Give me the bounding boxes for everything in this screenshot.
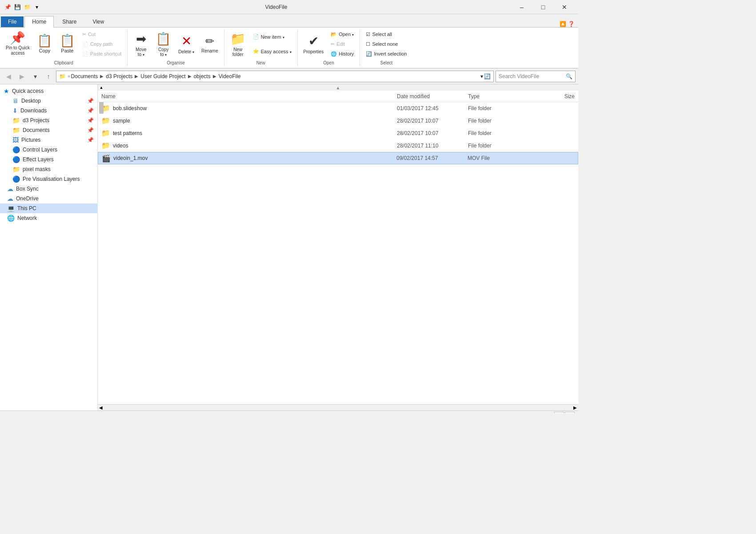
control-layers-icon: 🔵 xyxy=(12,146,20,153)
path-dropdown-icon[interactable]: ▾ xyxy=(480,73,483,80)
col-header-size[interactable]: Size xyxy=(539,93,575,100)
sidebar-item-effect-layers[interactable]: 🔵 Effect Layers xyxy=(0,155,97,164)
new-item-button[interactable]: 📄 New item ▾ xyxy=(250,32,295,41)
sidebar-item-this-pc[interactable]: 💻 This PC xyxy=(0,203,97,213)
maximize-button[interactable]: □ xyxy=(533,0,553,14)
sidebar-item-pre-vis[interactable]: 🔵 Pre Visualisation Layers xyxy=(0,174,97,184)
sidebar-item-desktop[interactable]: 🖥 Desktop 📌 xyxy=(0,96,97,106)
quick-access-icon: ★ xyxy=(4,88,9,95)
help-icon[interactable]: ❓ xyxy=(568,21,575,27)
file-row-videos[interactable]: 📁 videos 28/02/2017 11:10 File folder xyxy=(98,139,578,152)
path-part-documents[interactable]: Documents xyxy=(71,73,98,80)
history-button[interactable]: 🌐 History xyxy=(328,49,357,58)
sidebar-item-pictures[interactable]: 🖼 Pictures 📌 xyxy=(0,135,97,145)
tab-view[interactable]: View xyxy=(85,16,112,27)
save-titlebar-icon: 💾 xyxy=(13,3,21,11)
hscroll-left[interactable]: ◀ xyxy=(98,405,104,411)
dropdown-titlebar-icon[interactable]: ▾ xyxy=(33,3,41,11)
refresh-icon[interactable]: 🔄 xyxy=(484,73,491,80)
edit-button[interactable]: ✏ Edit xyxy=(328,40,357,48)
delete-button[interactable]: ✕ Delete ▾ xyxy=(175,29,197,59)
onedrive-icon: ☁ xyxy=(7,195,13,202)
search-box[interactable]: Search VideoFile 🔍 xyxy=(496,71,576,82)
file-type-bob: File folder xyxy=(468,105,539,112)
collapse-ribbon-icon[interactable]: 🔼 xyxy=(560,21,566,27)
effect-layers-icon: 🔵 xyxy=(12,156,20,163)
box-sync-icon: ☁ xyxy=(7,185,13,192)
network-label: Network xyxy=(17,215,37,221)
tab-home[interactable]: Home xyxy=(24,16,54,28)
cut-button[interactable]: ✂ Cut xyxy=(79,30,124,39)
copy-icon: 📋 xyxy=(37,35,52,47)
sidebar-item-pixel-masks[interactable]: 📁 pixel masks xyxy=(0,164,97,174)
tab-file[interactable]: File xyxy=(1,16,24,27)
col-header-type[interactable]: Type xyxy=(468,93,539,100)
d3projects-pin: 📌 xyxy=(87,117,94,124)
sidebar-item-control-layers[interactable]: 🔵 Control Layers xyxy=(0,145,97,155)
file-row-sample[interactable]: 📁 sample 28/02/2017 10:07 File folder xyxy=(98,115,578,127)
pixel-masks-label: pixel masks xyxy=(23,166,51,172)
file-row-videoin[interactable]: 🎬 videoin_1.mov 09/02/2017 14:57 MOV Fil… xyxy=(98,152,578,164)
forward-button[interactable]: ▶ xyxy=(16,71,28,82)
search-placeholder: Search VideoFile xyxy=(499,73,566,80)
invert-selection-button[interactable]: 🔄 Invert selection xyxy=(363,49,410,58)
easy-access-button[interactable]: ⭐ Easy access ▾ xyxy=(250,47,295,56)
select-label: Select xyxy=(363,60,410,66)
copy-to-button[interactable]: 📋 Copyto ▾ xyxy=(152,29,174,59)
open-small-buttons: 📂 Open ▾ ✏ Edit 🌐 History xyxy=(328,29,357,59)
sidebar-item-network[interactable]: 🌐 Network xyxy=(0,213,97,223)
paste-label: Paste xyxy=(61,48,73,53)
collapse-row[interactable]: ▲ xyxy=(98,84,578,91)
up-button[interactable]: ↑ xyxy=(43,71,54,82)
details-view-button[interactable]: ☰ xyxy=(554,412,564,414)
sidebar-item-box-sync[interactable]: ☁ Box Sync xyxy=(0,184,97,194)
col-header-date[interactable]: Date modified xyxy=(397,93,468,100)
tab-share[interactable]: Share xyxy=(55,16,84,27)
select-all-button[interactable]: ☑ Select all xyxy=(363,30,410,39)
close-button[interactable]: ✕ xyxy=(554,0,575,14)
col-header-name[interactable]: Name xyxy=(101,93,397,100)
pin-to-quick-access-button[interactable]: 📌 Pin to Quickaccess xyxy=(3,29,33,59)
ribbon-group-open: ✔ Properties 📂 Open ▾ ✏ Edit 🌐 History O… xyxy=(298,29,360,66)
ribbon-group-clipboard: 📌 Pin to Quickaccess 📋 Copy 📋 Paste ✂ Cu… xyxy=(0,29,128,66)
file-name-videoin: videoin_1.mov xyxy=(113,155,396,161)
sidebar-item-downloads[interactable]: ⬇ Downloads 📌 xyxy=(0,106,97,116)
path-part-objects[interactable]: objects xyxy=(194,73,211,80)
large-icons-button[interactable]: ▦ xyxy=(565,412,575,414)
address-path[interactable]: 📁 » Documents ▶ d3 Projects ▶ User Guide… xyxy=(56,71,494,82)
file-row-bob-slideshow[interactable]: 📁 bob.slideshow 01/03/2017 12:45 File fo… xyxy=(98,102,578,115)
hscroll-right[interactable]: ▶ xyxy=(572,405,578,411)
sidebar: ★ Quick access 🖥 Desktop 📌 ⬇ Downloads 📌… xyxy=(0,84,98,410)
properties-button[interactable]: ✔ Properties xyxy=(300,29,327,59)
invert-label: Invert selection xyxy=(374,51,407,56)
path-part-d3[interactable]: d3 Projects xyxy=(106,73,132,80)
open-button[interactable]: 📂 Open ▾ xyxy=(328,30,357,39)
file-name-bob: bob.slideshow xyxy=(113,105,397,112)
recent-locations-button[interactable]: ▾ xyxy=(29,71,41,82)
minimize-button[interactable]: – xyxy=(512,0,532,14)
sidebar-item-onedrive[interactable]: ☁ OneDrive xyxy=(0,194,97,203)
select-none-button[interactable]: ☐ Select none xyxy=(363,40,410,48)
path-part-userguide[interactable]: User Guide Project xyxy=(140,73,185,80)
sidebar-quick-access[interactable]: ★ Quick access xyxy=(0,86,97,96)
file-row-test-patterns[interactable]: 📁 test patterns 28/02/2017 10:07 File fo… xyxy=(98,127,578,139)
new-folder-label: Newfolder xyxy=(232,47,244,57)
sidebar-item-d3projects[interactable]: 📁 d3 Projects 📌 xyxy=(0,116,97,125)
copy-path-button[interactable]: 📄 Copy path xyxy=(79,40,124,48)
file-type-videoin: MOV File xyxy=(468,155,539,161)
file-name-sample: sample xyxy=(113,118,397,124)
cut-label: Cut xyxy=(88,32,96,37)
search-icon[interactable]: 🔍 xyxy=(566,73,572,80)
back-button[interactable]: ◀ xyxy=(3,71,14,82)
path-part-videofile[interactable]: VideoFile xyxy=(219,73,241,80)
copy-button[interactable]: 📋 Copy xyxy=(34,29,56,59)
sidebar-item-documents[interactable]: 📁 Documents 📌 xyxy=(0,125,97,135)
rename-button[interactable]: ✏ Rename xyxy=(198,29,221,59)
file-type-test: File folder xyxy=(468,130,539,136)
move-to-button[interactable]: ➡ Moveto ▾ xyxy=(130,29,152,59)
desktop-icon: 🖥 xyxy=(12,97,19,104)
paste-button[interactable]: 📋 Paste xyxy=(56,29,78,59)
new-folder-button[interactable]: 📁 Newfolder xyxy=(227,29,249,59)
paste-shortcut-button[interactable]: 📄 Paste shortcut xyxy=(79,49,124,58)
window-title: VideoFile xyxy=(41,4,512,10)
